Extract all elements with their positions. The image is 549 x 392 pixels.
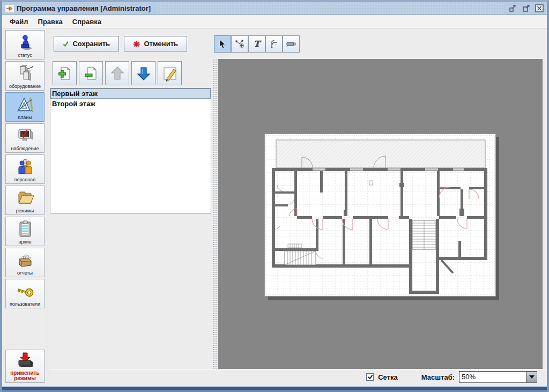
- grid-checkbox-label: Сетка: [378, 373, 398, 381]
- camera-icon: [286, 40, 296, 48]
- floor-plan-image: [264, 134, 502, 302]
- equipment-towers-icon: [16, 63, 34, 84]
- sidebar-item-label: отчеты: [17, 270, 33, 276]
- edit-plan-button[interactable]: [158, 61, 182, 85]
- maximize-button[interactable]: [521, 4, 531, 13]
- tool-select-cursor[interactable]: [214, 35, 231, 53]
- window-bottom-frame: [2, 384, 547, 392]
- list-item-floor2[interactable]: Второй этаж: [50, 99, 211, 109]
- tool-camera[interactable]: [283, 35, 300, 53]
- maximize-icon: [522, 5, 530, 12]
- personnel-people-icon: [16, 156, 34, 177]
- apply-modes-button[interactable]: применить режимы: [5, 350, 44, 383]
- draw-tools-group: T: [214, 35, 300, 53]
- users-key-icon: [15, 280, 35, 301]
- minimize-icon: [509, 5, 517, 12]
- move-up-button[interactable]: [105, 61, 129, 85]
- edit-pencil-icon: [162, 65, 178, 82]
- turnstile-icon: [269, 39, 279, 49]
- sidebar-item-label: наблюдение: [11, 146, 39, 151]
- remove-plan-icon: [83, 65, 99, 82]
- sidebar-item-users[interactable]: пользователи: [5, 279, 44, 308]
- plans-panel: Первый этаж Второй этаж: [49, 59, 213, 369]
- tool-polyline-zone[interactable]: [231, 35, 248, 53]
- close-button[interactable]: [535, 4, 545, 13]
- archive-clipboard-icon: [17, 218, 33, 239]
- panel-splitter[interactable]: [213, 59, 218, 369]
- menubar: Файл Правка Справка: [2, 16, 547, 28]
- app-window: Программа управления [Administrator]: [0, 0, 549, 392]
- close-icon: [535, 4, 544, 12]
- statusbar: Сетка Масштаб: 50%: [49, 369, 547, 384]
- plans-toolbar: [53, 61, 182, 85]
- add-plan-button[interactable]: [53, 61, 77, 85]
- checkmark-icon: [367, 374, 373, 380]
- minimize-button[interactable]: [508, 4, 518, 13]
- cursor-icon: [218, 39, 227, 49]
- apply-chip-icon: [16, 351, 35, 371]
- move-down-button[interactable]: [131, 61, 155, 85]
- scale-combobox[interactable]: 50%: [459, 371, 537, 383]
- main-toolbar: Сохранить Отменить: [49, 28, 547, 59]
- add-plan-icon: [57, 65, 73, 82]
- combobox-arrow-button[interactable]: [526, 372, 537, 382]
- window-title: Программа управления [Administrator]: [17, 4, 151, 12]
- svg-text:T: T: [254, 39, 261, 49]
- menu-edit[interactable]: Правка: [34, 17, 67, 27]
- sidebar-item-archive[interactable]: архив: [5, 217, 44, 246]
- sidebar-item-reports[interactable]: отчеты: [5, 248, 44, 277]
- window-controls: [503, 2, 545, 14]
- tool-turnstile[interactable]: [265, 35, 283, 53]
- cancel-button[interactable]: Отменить: [124, 36, 187, 51]
- sidebar-item-label: статус: [18, 53, 32, 58]
- list-item-floor1[interactable]: Первый этаж: [50, 88, 211, 99]
- down-arrow-icon: [136, 65, 152, 82]
- monitoring-screen-icon: [16, 125, 34, 146]
- sidebar-item-label: планы: [18, 115, 32, 120]
- sidebar-item-personnel[interactable]: персонал: [5, 154, 44, 184]
- sidebar-item-equipment[interactable]: оборудование: [5, 61, 44, 91]
- save-button[interactable]: Сохранить: [54, 36, 119, 51]
- app-logo-icon: [5, 5, 14, 12]
- sidebar-item-label: пользователи: [10, 301, 40, 307]
- menu-help[interactable]: Справка: [68, 17, 106, 27]
- scale-label: Масштаб:: [421, 373, 455, 381]
- sidebar-item-modes[interactable]: режимы: [5, 186, 44, 215]
- dropdown-arrow-icon: [529, 375, 535, 379]
- app-logo-icon: [6, 6, 13, 11]
- menu-file[interactable]: Файл: [5, 17, 33, 27]
- cancel-button-label: Отменить: [144, 40, 178, 48]
- sidebar-item-label: персонал: [14, 177, 36, 182]
- sidebar-item-monitoring[interactable]: наблюдение: [5, 123, 44, 153]
- save-button-label: Сохранить: [72, 40, 110, 48]
- remove-plan-button[interactable]: [79, 61, 103, 85]
- reports-cardbox-icon: [16, 249, 34, 270]
- plans-list: Первый этаж Второй этаж: [50, 88, 211, 213]
- plan-canvas[interactable]: [218, 59, 543, 369]
- cancel-cross-icon: [133, 40, 140, 48]
- main-body: статус: [2, 28, 547, 384]
- tool-text[interactable]: T: [248, 35, 265, 53]
- sidebar-item-label: режимы: [16, 208, 34, 213]
- workspace: Первый этаж Второй этаж: [49, 59, 547, 369]
- polyline-zone-icon: [235, 39, 244, 49]
- plans-drafting-icon: [16, 94, 35, 115]
- sidebar-item-label: архив: [18, 239, 31, 245]
- titlebar-left: Программа управления [Administrator]: [4, 2, 156, 14]
- content-area: Сохранить Отменить: [49, 28, 547, 384]
- save-check-icon: [63, 40, 69, 48]
- floor-plan-drawing: [264, 134, 502, 302]
- status-figure-icon: [17, 32, 33, 53]
- up-arrow-icon: [109, 65, 125, 82]
- sidebar-item-status[interactable]: статус: [5, 30, 44, 60]
- scale-combobox-value: 50%: [459, 372, 526, 382]
- sidebar: статус: [2, 28, 48, 384]
- text-icon: T: [252, 39, 262, 49]
- apply-modes-label-line2: режимы: [14, 376, 36, 381]
- sidebar-item-label: оборудование: [9, 84, 41, 89]
- modes-folder-icon: [16, 187, 35, 208]
- sidebar-item-plans[interactable]: планы: [5, 92, 44, 122]
- titlebar[interactable]: Программа управления [Administrator]: [2, 2, 547, 15]
- grid-checkbox[interactable]: [366, 373, 374, 381]
